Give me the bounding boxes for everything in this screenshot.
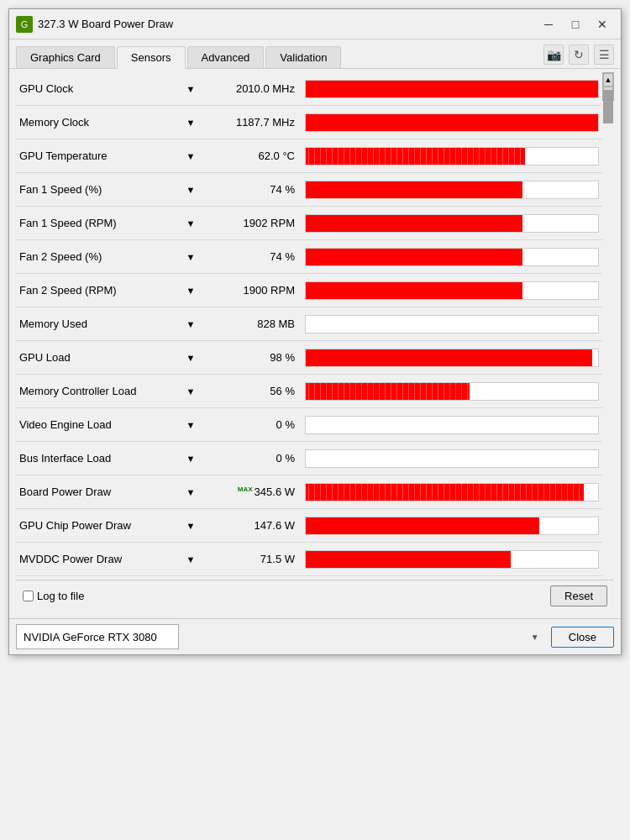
sensor-name-cell: Video Engine Load▼ (16, 418, 201, 432)
scroll-thumb[interactable] (603, 90, 613, 123)
sensor-row: GPU Load▼98 % (16, 341, 602, 375)
sensor-dropdown-button[interactable]: ▼ (184, 486, 197, 499)
sensor-name-cell: Memory Controller Load▼ (16, 385, 201, 398)
sensors-area: GPU Clock▼2010.0 MHzMemory Clock▼1187.7 … (16, 72, 602, 576)
menu-icon[interactable]: ☰ (594, 45, 614, 65)
sensor-bar-cell (302, 517, 602, 535)
sensor-bar-fill (306, 349, 592, 366)
sensor-bar-container (305, 382, 599, 401)
tab-graphics-card[interactable]: Graphics Card (16, 46, 115, 68)
close-button[interactable]: ✕ (591, 14, 614, 34)
sensor-bar-cell (302, 349, 602, 367)
sensor-name-cell: Fan 1 Speed (RPM)▼ (16, 217, 201, 230)
sensor-value-cell: 0 % (201, 418, 302, 431)
sensor-row: GPU Clock▼2010.0 MHz (16, 72, 602, 106)
sensor-value-cell: 1902 RPM (201, 217, 302, 229)
app-icon: G (16, 16, 33, 33)
sensor-name-cell: GPU Clock▼ (16, 82, 201, 96)
sensor-row: Fan 2 Speed (%)▼74 % (16, 240, 602, 274)
sensor-row: Memory Controller Load▼56 % (16, 375, 602, 408)
sensor-bar-container (305, 113, 599, 132)
sensor-bar-container (305, 483, 599, 501)
sensor-row: Fan 1 Speed (RPM)▼1902 RPM (16, 207, 602, 240)
sensor-bar-fill (306, 81, 598, 97)
sensor-dropdown-button[interactable]: ▼ (184, 284, 197, 297)
sensor-dropdown-button[interactable]: ▼ (184, 418, 197, 432)
sensor-bar-fill (306, 114, 598, 131)
tab-validation[interactable]: Validation (265, 46, 341, 68)
sensor-row: Fan 1 Speed (%)▼74 % (16, 173, 602, 207)
sensor-name-cell: Fan 1 Speed (%)▼ (16, 183, 201, 197)
gpu-select[interactable]: NVIDIA GeForce RTX 3080 (16, 624, 179, 649)
sensor-value-cell: 0 % (201, 452, 302, 465)
tab-advanced[interactable]: Advanced (187, 46, 265, 68)
sensor-bar-cell (302, 281, 602, 300)
sensor-dropdown-button[interactable]: ▼ (184, 217, 197, 230)
sensor-row: Memory Used▼828 MB (16, 307, 602, 341)
sensor-value-cell: 74 % (201, 183, 302, 196)
sensor-name-label: Video Engine Load (19, 418, 184, 431)
reset-button[interactable]: Reset (550, 585, 607, 606)
sensor-name-label: Bus Interface Load (19, 452, 184, 465)
sensor-bar-container (305, 550, 599, 569)
sensor-dropdown-button[interactable]: ▼ (184, 385, 197, 398)
maximize-button[interactable]: □ (564, 14, 587, 34)
sensors-content: GPU Clock▼2010.0 MHzMemory Clock▼1187.7 … (9, 69, 621, 618)
gpu-select-wrapper: NVIDIA GeForce RTX 3080 ▼ (16, 624, 544, 649)
sensor-bar-container (305, 248, 599, 266)
sensor-dropdown-button[interactable]: ▼ (184, 183, 197, 197)
close-footer-button[interactable]: Close (551, 627, 614, 648)
sensor-name-cell: MVDDC Power Draw▼ (16, 553, 201, 566)
refresh-icon[interactable]: ↻ (569, 45, 589, 65)
sensor-name-label: Fan 2 Speed (%) (19, 250, 184, 263)
sensor-dropdown-button[interactable]: ▼ (184, 519, 197, 533)
sensor-dropdown-button[interactable]: ▼ (184, 553, 197, 566)
sensor-bar-fill (306, 383, 470, 400)
sensor-name-label: GPU Chip Power Draw (19, 519, 184, 532)
sensor-dropdown-button[interactable]: ▼ (184, 351, 197, 365)
sensor-value-cell: 74 % (201, 250, 302, 263)
sensor-value-cell: 147.6 W (201, 519, 302, 532)
sensor-dropdown-button[interactable]: ▼ (184, 150, 197, 163)
sensor-value-cell: 828 MB (201, 318, 302, 330)
sensor-name-label: Fan 1 Speed (%) (19, 183, 184, 196)
sensor-bar-container (305, 416, 599, 434)
sensor-name-cell: GPU Chip Power Draw▼ (16, 519, 201, 533)
tab-sensors[interactable]: Sensors (117, 46, 186, 69)
log-to-file-checkbox[interactable] (23, 591, 34, 601)
sensor-dropdown-button[interactable]: ▼ (184, 82, 197, 96)
sensor-bar-container (305, 449, 599, 468)
sensor-value-cell: 62.0 °C (201, 150, 302, 162)
sensor-bar-container (305, 214, 599, 233)
sensor-bar-cell (302, 147, 602, 165)
sensor-bar-cell (302, 550, 602, 569)
sensor-dropdown-button[interactable]: ▼ (184, 250, 197, 264)
sensor-dropdown-button[interactable]: ▼ (184, 452, 197, 465)
sensor-bar-container (305, 181, 599, 199)
sensor-row: MVDDC Power Draw▼71.5 W (16, 543, 602, 576)
sensor-name-cell: Fan 2 Speed (RPM)▼ (16, 284, 201, 297)
sensor-value-cell: 1900 RPM (201, 284, 302, 297)
sensor-dropdown-button[interactable]: ▼ (184, 318, 197, 331)
sensor-name-cell: Board Power Draw▼ (16, 486, 201, 499)
sensor-name-label: GPU Load (19, 351, 184, 364)
tab-action-icons: 📷 ↻ ☰ (543, 45, 614, 68)
sensor-name-label: Board Power Draw (19, 486, 184, 498)
footer: NVIDIA GeForce RTX 3080 ▼ Close (9, 618, 621, 654)
tabs-bar: Graphics Card Sensors Advanced Validatio… (9, 39, 621, 69)
sensor-value-cell: 98 % (201, 351, 302, 364)
sensor-row: Memory Clock▼1187.7 MHz (16, 106, 602, 139)
sensors-table-wrapper: GPU Clock▼2010.0 MHzMemory Clock▼1187.7 … (16, 72, 614, 576)
sensor-name-label: Fan 1 Speed (RPM) (19, 217, 184, 229)
titlebar: G 327.3 W Board Power Draw ─ □ ✕ (9, 9, 621, 39)
sensor-dropdown-button[interactable]: ▼ (184, 116, 197, 129)
sensor-bar-cell (302, 382, 602, 401)
scrollbar[interactable]: ▲ ▼ (602, 72, 614, 101)
scroll-up-button[interactable]: ▲ (603, 73, 613, 87)
sensor-name-cell: GPU Temperature▼ (16, 150, 201, 163)
sensor-name-cell: Memory Used▼ (16, 318, 201, 331)
sensor-row: Fan 2 Speed (RPM)▼1900 RPM (16, 274, 602, 307)
camera-icon[interactable]: 📷 (543, 45, 564, 65)
minimize-button[interactable]: ─ (537, 14, 560, 34)
log-to-file-label[interactable]: Log to file (23, 590, 84, 602)
